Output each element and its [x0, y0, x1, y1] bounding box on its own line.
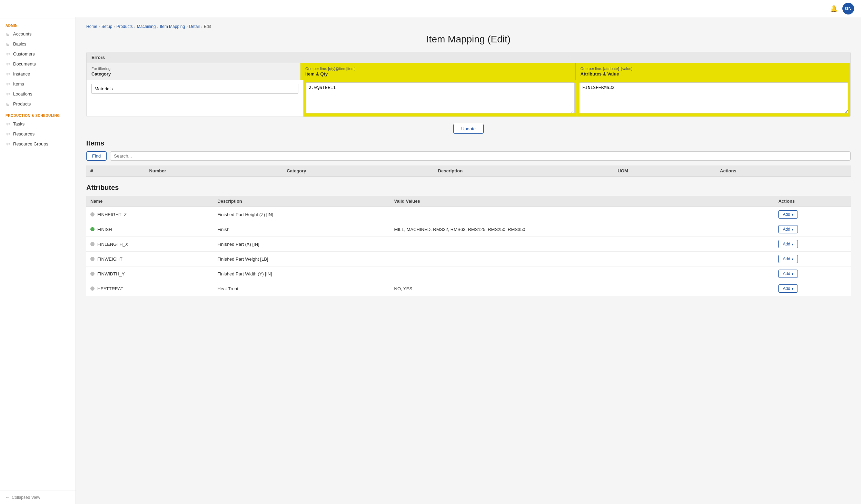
attr-name-cell: FINHEIGHT_Z	[86, 207, 213, 222]
sidebar-item-resource-groups[interactable]: ⚙ Resource Groups	[0, 139, 76, 149]
attr-actions-cell: Add ▾	[774, 252, 851, 266]
sidebar-item-label: Documents	[13, 61, 36, 67]
attr-add-button[interactable]: Add ▾	[778, 240, 798, 248]
attrs-title: Attributes & Value	[581, 71, 845, 77]
main-content: Home › Setup › Products › Machining › It…	[76, 17, 861, 504]
attribute-row: FINISH Finish MILL, MACHINED, RMS32, RMS…	[86, 222, 851, 237]
table-icon: ⊞	[6, 32, 10, 37]
breadcrumb-products[interactable]: Products	[116, 24, 132, 29]
sidebar-item-tasks[interactable]: ⚙ Tasks	[0, 119, 76, 129]
sidebar-item-instance[interactable]: ⚙ Instance	[0, 69, 76, 79]
sidebar-item-items[interactable]: ⚙ Items	[0, 79, 76, 89]
attrs-value-input-cell: FINISH=RMS32	[577, 80, 850, 117]
attr-name-label: FINHEIGHT_Z	[97, 212, 127, 217]
col-category: Category	[283, 165, 434, 177]
category-title: Category	[91, 71, 295, 77]
attr-add-button[interactable]: Add ▾	[778, 225, 798, 233]
sidebar-item-products[interactable]: ⊞ Products	[0, 99, 76, 109]
attr-description-cell: Finished Part Weight [LB]	[213, 252, 390, 266]
find-button[interactable]: Find	[86, 151, 107, 161]
update-button[interactable]: Update	[453, 124, 484, 134]
attributes-section-title: Attributes	[86, 184, 851, 192]
attr-description-cell: Finish	[213, 222, 390, 237]
production-section-label: PRODUCTION & SCHEDULING	[0, 109, 76, 119]
sidebar-item-locations[interactable]: ⚙ Locations	[0, 89, 76, 99]
attr-actions-cell: Add ▾	[774, 281, 851, 296]
sidebar-item-label: Resources	[13, 131, 34, 137]
attr-status-dot	[90, 286, 95, 291]
attr-status-dot	[90, 227, 95, 231]
attr-name-cell: HEATTREAT	[86, 281, 213, 296]
sidebar-item-resources[interactable]: ⚙ Resources	[0, 129, 76, 139]
errors-section: Errors For filtering Category One per li…	[86, 52, 851, 117]
items-qty-input-cell: 2.0@STEEL1	[304, 80, 577, 117]
attrs-hint: One per line. [attribute]=[value]	[581, 67, 845, 71]
attrs-column-header: One per line. [attribute]=[value] Attrib…	[576, 63, 850, 80]
attributes-table-header-row: Name Description Valid Values Actions	[86, 196, 851, 207]
attr-col-description: Description	[213, 196, 390, 207]
notification-bell-icon[interactable]: 🔔	[830, 5, 838, 12]
update-button-row: Update	[86, 124, 851, 134]
attr-add-button[interactable]: Add ▾	[778, 255, 798, 263]
sidebar-item-documents[interactable]: ⚙ Documents	[0, 59, 76, 69]
sidebar-item-basics[interactable]: ⊞ Basics	[0, 39, 76, 49]
errors-header: Errors	[87, 52, 850, 63]
breadcrumb-setup[interactable]: Setup	[101, 24, 112, 29]
category-input[interactable]	[91, 84, 298, 94]
sidebar-item-label: Tasks	[13, 121, 24, 127]
attribute-row: FINHEIGHT_Z Finished Part Height (Z) [IN…	[86, 207, 851, 222]
breadcrumb-sep: ›	[157, 24, 158, 29]
collapsed-label: Collapsed View	[12, 495, 40, 500]
arrow-left-icon: ←	[6, 495, 10, 500]
breadcrumb-detail[interactable]: Detail	[189, 24, 200, 29]
attr-add-button[interactable]: Add ▾	[778, 210, 798, 219]
find-row: Find	[86, 151, 851, 161]
attribute-row: FINWEIGHT Finished Part Weight [LB] Add …	[86, 252, 851, 266]
attr-add-button[interactable]: Add ▾	[778, 270, 798, 278]
attrs-value-textarea[interactable]: FINISH=RMS32	[579, 82, 848, 113]
collapsed-view-button[interactable]: ← Collapsed View	[0, 491, 76, 504]
breadcrumb-item-mapping[interactable]: Item Mapping	[160, 24, 185, 29]
gear-icon: ⚙	[6, 142, 10, 147]
items-qty-column-header: One per line. [qty]@item[item] Item & Qt…	[300, 63, 575, 80]
attributes-section: Attributes Name Description Valid Values…	[86, 184, 851, 296]
attr-description-cell: Heat Treat	[213, 281, 390, 296]
attr-name-cell: FINWEIGHT	[86, 252, 213, 266]
attributes-table-body: FINHEIGHT_Z Finished Part Height (Z) [IN…	[86, 207, 851, 296]
table-icon: ⊞	[6, 42, 10, 47]
attr-valid-values-cell	[390, 237, 774, 252]
col-number: Number	[145, 165, 283, 177]
search-input[interactable]	[110, 151, 851, 161]
gear-icon: ⚙	[6, 62, 10, 67]
attribute-row: FINLENGTH_X Finished Part (X) [IN] Add ▾	[86, 237, 851, 252]
attr-status-dot	[90, 272, 95, 276]
col-hash: #	[86, 165, 145, 177]
attr-name-label: FINISH	[97, 227, 112, 232]
items-section-title: Items	[86, 139, 851, 147]
category-hint: For filtering	[91, 67, 295, 71]
attr-status-dot	[90, 257, 95, 261]
page-title: Item Mapping (Edit)	[86, 34, 851, 45]
chevron-down-icon: ▾	[792, 228, 793, 231]
breadcrumb-home[interactable]: Home	[86, 24, 97, 29]
breadcrumb-sep: ›	[186, 24, 188, 29]
sidebar-item-label: Customers	[13, 51, 35, 57]
user-avatar[interactable]: GN	[842, 3, 854, 14]
attr-name-label: FINWEIGHT	[97, 256, 122, 262]
attr-description-cell: Finished Part Width (Y) [IN]	[213, 266, 390, 281]
items-qty-textarea[interactable]: 2.0@STEEL1	[306, 82, 575, 113]
items-table: # Number Category Description UOM Action…	[86, 165, 851, 177]
breadcrumb-machining[interactable]: Machining	[137, 24, 156, 29]
attr-add-button[interactable]: Add ▾	[778, 284, 798, 293]
attributes-table: Name Description Valid Values Actions FI…	[86, 196, 851, 296]
sidebar-item-accounts[interactable]: ⊞ Accounts	[0, 29, 76, 39]
attr-valid-values-cell: MILL, MACHINED, RMS32, RMS63, RMS125, RM…	[390, 222, 774, 237]
attr-description-cell: Finished Part (X) [IN]	[213, 237, 390, 252]
attr-valid-values-cell	[390, 252, 774, 266]
sidebar-item-customers[interactable]: ⚙ Customers	[0, 49, 76, 59]
category-input-cell	[87, 80, 304, 117]
breadcrumb-sep: ›	[134, 24, 136, 29]
attr-col-name: Name	[86, 196, 213, 207]
chevron-down-icon: ▾	[792, 272, 793, 276]
chevron-down-icon: ▾	[792, 213, 793, 216]
